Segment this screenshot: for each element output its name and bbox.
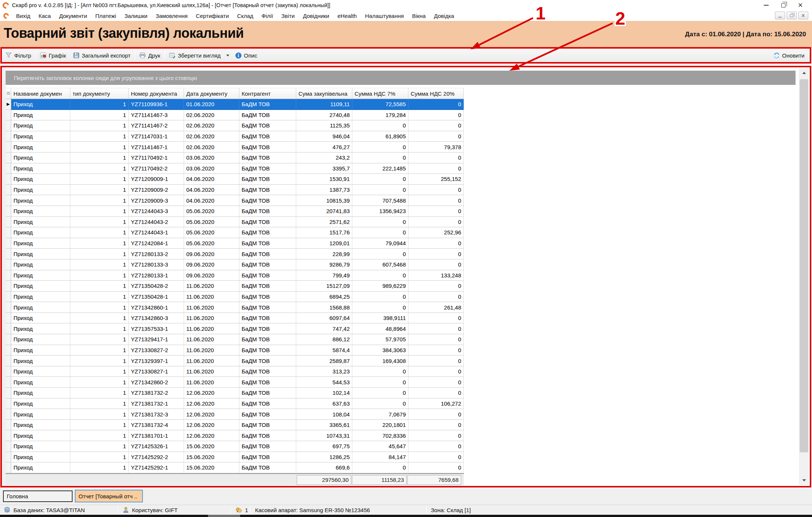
cell-sum[interactable]: 1109,11: [296, 99, 352, 110]
cell-name[interactable]: Приход: [11, 120, 70, 131]
column-header-1[interactable]: тип документу: [70, 88, 129, 99]
cell-type[interactable]: 1: [70, 249, 129, 259]
cell-date[interactable]: 12.06.2020: [184, 430, 239, 441]
cell-name[interactable]: Приход: [11, 153, 70, 163]
cell-contractor[interactable]: БаДМ ТОВ: [239, 99, 296, 110]
cell-name[interactable]: Приход: [11, 163, 70, 174]
cell-contractor[interactable]: БаДМ ТОВ: [239, 270, 296, 281]
cell-number[interactable]: YZ71329397-1: [129, 356, 184, 366]
cell-sum[interactable]: 6894,25: [296, 292, 352, 302]
cell-type[interactable]: 1: [70, 302, 129, 313]
cell-vat20[interactable]: 0: [408, 420, 464, 431]
cell-name[interactable]: Приход: [11, 452, 70, 463]
minimize-button[interactable]: [757, 0, 775, 10]
cell-number[interactable]: YZ71209009-2: [129, 185, 184, 196]
print-button[interactable]: Друк: [136, 50, 163, 61]
cell-date[interactable]: 01.06.2020: [184, 99, 239, 110]
cell-vat20[interactable]: 0: [408, 334, 464, 345]
cell-date[interactable]: 11.06.2020: [184, 323, 239, 334]
cell-contractor[interactable]: БаДМ ТОВ: [239, 163, 296, 174]
cell-vat7[interactable]: 0: [352, 185, 408, 196]
table-row[interactable]: Приход1YZ71350428-111.06.2020БаДМ ТОВ689…: [6, 292, 464, 302]
cell-name[interactable]: Приход: [11, 110, 70, 121]
cell-date[interactable]: 05.06.2020: [184, 238, 239, 249]
cell-vat20[interactable]: 0: [408, 292, 464, 302]
cell-date[interactable]: 04.06.2020: [184, 174, 239, 185]
cell-contractor[interactable]: БаДМ ТОВ: [239, 409, 296, 420]
cell-vat7[interactable]: 57,9705: [352, 334, 408, 345]
cell-name[interactable]: Приход: [11, 99, 70, 110]
table-row[interactable]: Приход1YZ71330827-211.06.2020БаДМ ТОВ587…: [6, 345, 464, 356]
cell-vat7[interactable]: 0: [352, 302, 408, 313]
cell-sum[interactable]: 102,14: [296, 388, 352, 398]
menu-item-14[interactable]: Довідка: [430, 13, 458, 19]
menu-item-0[interactable]: Вихід: [12, 13, 34, 19]
menu-item-12[interactable]: Налаштування: [361, 13, 408, 19]
table-row[interactable]: Приход1YZ71170492-103.06.2020БаДМ ТОВ243…: [6, 153, 464, 163]
cell-sum[interactable]: 669,6: [296, 462, 352, 473]
cell-date[interactable]: 11.06.2020: [184, 366, 239, 377]
cell-contractor[interactable]: БаДМ ТОВ: [239, 249, 296, 259]
cell-contractor[interactable]: БаДМ ТОВ: [239, 452, 296, 463]
cell-number[interactable]: YZ71170492-1: [129, 153, 184, 163]
cell-date[interactable]: 11.06.2020: [184, 334, 239, 345]
cell-vat20[interactable]: 0: [408, 120, 464, 131]
cell-contractor[interactable]: БаДМ ТОВ: [239, 334, 296, 345]
cell-number[interactable]: YZ71425326-1: [129, 441, 184, 452]
info-button[interactable]: Опис: [232, 50, 261, 61]
cell-date[interactable]: 09.06.2020: [184, 249, 239, 259]
menu-item-11[interactable]: eHealth: [333, 13, 361, 19]
cell-contractor[interactable]: БаДМ ТОВ: [239, 195, 296, 206]
cell-vat7[interactable]: 72,5585: [352, 99, 408, 110]
cell-vat7[interactable]: 45,647: [352, 441, 408, 452]
cell-type[interactable]: 1: [70, 270, 129, 281]
cell-type[interactable]: 1: [70, 217, 129, 228]
cell-sum[interactable]: 637,63: [296, 398, 352, 409]
table-row[interactable]: Приход1YZ71280133-109.06.2020БаДМ ТОВ799…: [6, 270, 464, 281]
cell-name[interactable]: Приход: [11, 292, 70, 302]
cell-contractor[interactable]: БаДМ ТОВ: [239, 430, 296, 441]
cell-sum[interactable]: 243,2: [296, 153, 352, 163]
cell-name[interactable]: Приход: [11, 430, 70, 441]
cell-sum[interactable]: 2571,62: [296, 217, 352, 228]
cell-contractor[interactable]: БаДМ ТОВ: [239, 377, 296, 388]
cell-date[interactable]: 12.06.2020: [184, 398, 239, 409]
cell-contractor[interactable]: БаДМ ТОВ: [239, 259, 296, 270]
cell-sum[interactable]: 313,23: [296, 366, 352, 377]
table-row[interactable]: Приход1YZ71381732-412.06.2020БаДМ ТОВ336…: [6, 420, 464, 431]
cell-sum[interactable]: 1125,35: [296, 120, 352, 131]
cell-number[interactable]: YZ71242084-1: [129, 238, 184, 249]
close-button[interactable]: ×: [792, 0, 809, 10]
cell-number[interactable]: YZ71209009-1: [129, 174, 184, 185]
cell-sum[interactable]: 886,12: [296, 334, 352, 345]
cell-sum[interactable]: 1568,88: [296, 302, 352, 313]
cell-contractor[interactable]: БаДМ ТОВ: [239, 110, 296, 121]
cell-vat20[interactable]: 0: [408, 259, 464, 270]
cell-date[interactable]: 11.06.2020: [184, 313, 239, 324]
cell-type[interactable]: 1: [70, 292, 129, 302]
cell-date[interactable]: 15.06.2020: [184, 452, 239, 463]
cell-type[interactable]: 1: [70, 195, 129, 206]
cell-number[interactable]: YZ71170492-2: [129, 163, 184, 174]
cell-date[interactable]: 03.06.2020: [184, 153, 239, 163]
cell-number[interactable]: YZ71425292-2: [129, 452, 184, 463]
cell-vat20[interactable]: 261,48: [408, 302, 464, 313]
menu-item-3[interactable]: Платежі: [91, 13, 120, 19]
cell-number[interactable]: YZ71342860-2: [129, 377, 184, 388]
cell-number[interactable]: YZ71350428-2: [129, 281, 184, 292]
cell-vat7[interactable]: 0: [352, 377, 408, 388]
cell-date[interactable]: 12.06.2020: [184, 388, 239, 398]
cell-name[interactable]: Приход: [11, 377, 70, 388]
cell-type[interactable]: 1: [70, 366, 129, 377]
cell-contractor[interactable]: БаДМ ТОВ: [239, 420, 296, 431]
cell-vat20[interactable]: 0: [408, 430, 464, 441]
group-by-bar[interactable]: Перетягніть заголовок колонки сюди для у…: [6, 71, 796, 85]
cell-contractor[interactable]: БаДМ ТОВ: [239, 366, 296, 377]
cell-type[interactable]: 1: [70, 452, 129, 463]
table-row[interactable]: Приход1YZ71381732-312.06.2020БаДМ ТОВ108…: [6, 409, 464, 420]
cell-number[interactable]: YZ71141467-3: [129, 110, 184, 121]
cell-vat7[interactable]: 0: [352, 120, 408, 131]
cell-type[interactable]: 1: [70, 120, 129, 131]
cell-sum[interactable]: 10815,39: [296, 195, 352, 206]
table-row[interactable]: Приход1YZ71244043-205.06.2020БаДМ ТОВ257…: [6, 217, 464, 228]
